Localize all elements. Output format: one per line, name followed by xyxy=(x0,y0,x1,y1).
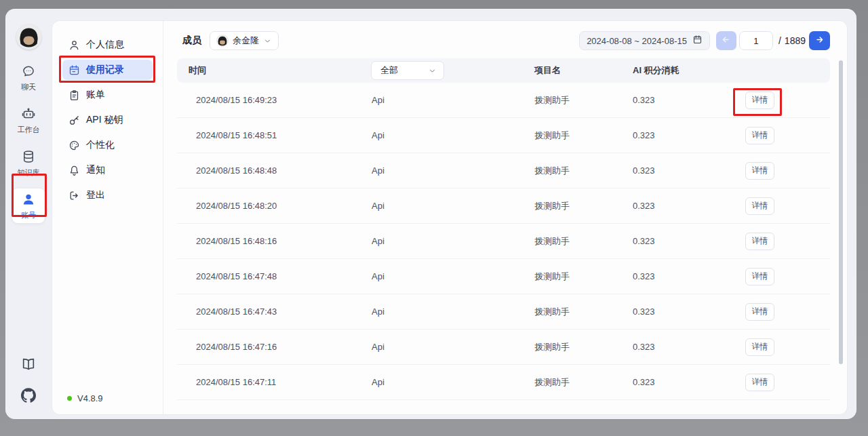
col-time: 时间 xyxy=(177,64,360,77)
table-body: 2024/08/15 16:49:23Api拨测助手0.323详情2024/08… xyxy=(177,83,830,400)
toolbar: 成员 余金隆 2024-08-08 ~ 2024-08-15 /1889 xyxy=(177,31,830,50)
row-points: 0.323 xyxy=(621,306,743,317)
menu-item-label: 通知 xyxy=(86,164,105,176)
rail-item-label: 知识库 xyxy=(18,168,40,177)
row-project: 拨测助手 xyxy=(523,341,621,353)
rail-item-label: 聊天 xyxy=(21,83,36,92)
row-time: 2024/08/15 16:48:20 xyxy=(177,201,360,211)
rail-item-account[interactable]: 账号 xyxy=(12,189,45,223)
table-row: 2024/08/15 16:47:43Api拨测助手0.323详情 xyxy=(177,294,830,330)
menu-item-usage-records[interactable]: 使用记录 xyxy=(62,60,153,80)
row-project: 拨测助手 xyxy=(523,200,621,212)
row-type: Api xyxy=(360,271,523,281)
database-icon xyxy=(22,150,35,166)
date-range-value: 2024-08-08 ~ 2024-08-15 xyxy=(587,36,687,46)
detail-button[interactable]: 详情 xyxy=(745,127,774,144)
table-row: 2024/08/15 16:48:16Api拨测助手0.323详情 xyxy=(177,224,830,259)
rail-item-workbench[interactable]: 工作台 xyxy=(12,103,45,138)
menu-item-profile[interactable]: 个人信息 xyxy=(62,35,153,55)
member-select[interactable]: 余金隆 xyxy=(210,31,279,50)
row-type: Api xyxy=(360,236,523,246)
type-filter-select[interactable]: 全部 xyxy=(371,61,444,80)
menu-item-personalization[interactable]: 个性化 xyxy=(62,135,153,155)
row-time: 2024/08/15 16:47:43 xyxy=(177,306,360,317)
version-status-dot xyxy=(67,396,72,401)
rail-item-chat[interactable]: 聊天 xyxy=(12,60,45,95)
menu-item-api-key[interactable]: API 秘钥 xyxy=(62,110,153,130)
row-project: 拨测助手 xyxy=(523,376,621,389)
table-row: 2024/08/15 16:47:48Api拨测助手0.323详情 xyxy=(177,259,830,294)
person-icon xyxy=(68,39,80,51)
page-total: /1889 xyxy=(778,35,806,46)
row-points: 0.323 xyxy=(621,342,743,352)
date-range-button[interactable]: 2024-08-08 ~ 2024-08-15 xyxy=(579,31,710,50)
table-row: 2024/08/15 16:47:16Api拨测助手0.323详情 xyxy=(177,330,830,365)
avatar-image xyxy=(16,24,41,49)
row-time: 2024/08/15 16:48:16 xyxy=(177,236,360,246)
table-row: 2024/08/15 16:48:20Api拨测助手0.323详情 xyxy=(177,189,830,224)
vertical-scrollbar[interactable] xyxy=(839,60,843,364)
table-row: 2024/08/15 16:48:51Api拨测助手0.323详情 xyxy=(177,118,830,153)
screenshot-root: 聊天工作台知识库账号 个人信息使用记录账单API 秘钥个性化通知登出 V4.8.… xyxy=(0,0,868,436)
rail-item-dataset[interactable]: 知识库 xyxy=(12,146,45,180)
table-row: 2024/08/15 16:48:48Api拨测助手0.323详情 xyxy=(177,153,830,189)
version-label: V4.8.9 xyxy=(77,393,103,403)
user-avatar[interactable] xyxy=(16,24,41,49)
col-project: 项目名 xyxy=(523,64,621,77)
prev-page-button[interactable] xyxy=(716,31,736,50)
row-points: 0.323 xyxy=(621,271,743,281)
rail-nav: 聊天工作台知识库账号 xyxy=(5,60,52,223)
version-info: V4.8.9 xyxy=(67,393,103,403)
rail-item-label: 工作台 xyxy=(18,125,40,134)
row-time: 2024/08/15 16:48:51 xyxy=(177,130,360,140)
row-project: 拨测助手 xyxy=(523,271,621,283)
member-label: 成员 xyxy=(182,35,201,47)
row-type: Api xyxy=(360,165,523,176)
detail-button[interactable]: 详情 xyxy=(745,303,774,321)
menu-item-label: 使用记录 xyxy=(86,64,124,76)
detail-button[interactable]: 详情 xyxy=(745,162,774,180)
page-number-input[interactable] xyxy=(739,31,773,50)
next-page-button[interactable] xyxy=(809,31,830,50)
row-time: 2024/08/15 16:49:23 xyxy=(177,95,360,105)
row-points: 0.323 xyxy=(621,201,743,211)
type-filter-value: 全部 xyxy=(380,64,398,77)
row-project: 拨测助手 xyxy=(523,235,621,247)
calendar-icon xyxy=(68,64,80,76)
robot-icon xyxy=(22,107,35,123)
palette-icon xyxy=(68,140,80,151)
detail-button[interactable]: 详情 xyxy=(745,268,774,285)
detail-button[interactable]: 详情 xyxy=(745,197,774,215)
menu-item-logout[interactable]: 登出 xyxy=(62,185,153,205)
chevron-down-icon xyxy=(263,37,272,45)
book-icon[interactable] xyxy=(21,357,36,372)
menu-item-notifications[interactable]: 通知 xyxy=(62,160,153,180)
row-type: Api xyxy=(360,342,523,352)
row-points: 0.323 xyxy=(621,165,743,176)
col-points: AI 积分消耗 xyxy=(621,64,743,77)
menu-item-bills[interactable]: 账单 xyxy=(62,85,153,105)
table-row: 2024/08/15 16:49:23Api拨测助手0.323详情 xyxy=(177,83,830,118)
table-row: 2024/08/15 16:47:11Api拨测助手0.323详情 xyxy=(177,365,830,400)
detail-button[interactable]: 详情 xyxy=(745,92,774,109)
menu-item-label: 登出 xyxy=(86,189,105,201)
logout-icon xyxy=(68,190,80,201)
detail-button[interactable]: 详情 xyxy=(745,338,774,356)
table-header: 时间 全部 项目名 AI 积分消耗 xyxy=(177,58,830,83)
row-project: 拨测助手 xyxy=(523,165,621,177)
row-project: 拨测助手 xyxy=(523,94,621,106)
menu-item-label: 个人信息 xyxy=(86,39,124,51)
row-points: 0.323 xyxy=(621,95,743,105)
row-type: Api xyxy=(360,130,523,140)
row-project: 拨测助手 xyxy=(523,130,621,142)
arrow-left-icon xyxy=(721,35,731,47)
row-time: 2024/08/15 16:48:48 xyxy=(177,165,360,176)
detail-button[interactable]: 详情 xyxy=(745,374,774,391)
chat-icon xyxy=(22,64,35,81)
row-project: 拨测助手 xyxy=(523,306,621,318)
row-time: 2024/08/15 16:47:11 xyxy=(177,377,360,387)
member-name: 余金隆 xyxy=(233,35,259,47)
detail-button[interactable]: 详情 xyxy=(745,233,774,250)
main-card: 个人信息使用记录账单API 秘钥个性化通知登出 V4.8.9 成员 余金隆 20… xyxy=(52,20,848,415)
github-icon[interactable] xyxy=(21,388,36,403)
